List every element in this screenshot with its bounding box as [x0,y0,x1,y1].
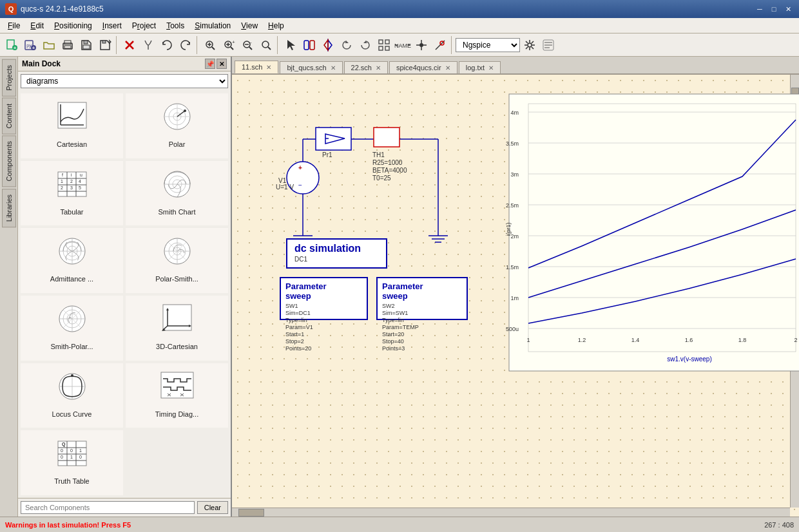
schematic-canvas[interactable]: + − V1 U=1 V Pr1 TH1 R25=1000 BETA=4000 … [232,73,799,517]
tab-bjtqucs-close[interactable]: ✕ [331,64,336,71]
tab-logtxt[interactable]: log.txt ✕ [459,61,501,73]
svg-text:NAME: NAME [394,43,411,49]
svg-text:sweep: sweep [285,291,311,301]
on-grid-button[interactable] [375,36,393,54]
svg-text:Sim=SW1: Sim=SW1 [382,310,408,316]
comp-timing-diag[interactable]: Timing Diag... [126,363,228,428]
mirror-x-button[interactable] [300,36,318,54]
comp-tabular[interactable]: f i u 1 2 4 2 3 5 Tabular [21,161,123,226]
new-node-button[interactable] [412,36,430,54]
zoom-select-button[interactable] [257,36,275,54]
tab-11sch-close[interactable]: ✕ [266,64,271,71]
sim-run-button[interactable] [539,36,557,54]
set-marker-button[interactable] [431,36,449,54]
app-icon: Q [5,3,17,15]
svg-text:BETA=4000: BETA=4000 [372,167,407,174]
menu-insert[interactable]: Insert [97,20,127,32]
minimize-button[interactable]: ─ [754,3,765,15]
zoom-fit-button[interactable] [201,36,219,54]
print-button[interactable] [59,36,77,54]
menu-project[interactable]: Project [127,20,161,32]
tabular-icon: f i u 1 2 4 2 3 5 [52,166,93,207]
svg-text:Param=V1: Param=V1 [285,324,313,330]
zoom-out-button[interactable]: - [238,36,256,54]
rotate-right-button[interactable] [356,36,374,54]
menu-view[interactable]: View [236,20,263,32]
menu-tools[interactable]: Tools [161,20,189,32]
comp-admittance[interactable]: Admittance ... [21,228,123,293]
comp-cartesian[interactable]: Cartesian [21,93,123,158]
sidebar-tab-content[interactable]: Content [2,98,16,135]
maximize-button[interactable]: □ [768,3,780,15]
net-name-button[interactable]: NAME [394,36,412,54]
comp-smith-chart[interactable]: Smith Chart [126,161,228,226]
tab-logtxt-close[interactable]: ✕ [488,64,494,71]
dock-title: Main Dock [22,59,61,68]
tab-11sch[interactable]: 11.sch ✕ [235,61,278,73]
svg-rect-38 [379,46,383,50]
tab-22sch-close[interactable]: ✕ [376,64,381,71]
statusbar: Warnings in last simulation! Press F5 26… [0,517,799,532]
dock-close-button[interactable]: ✕ [217,59,227,69]
svg-text:Parameter: Parameter [382,281,423,291]
menu-edit[interactable]: Edit [25,20,49,32]
menu-positioning[interactable]: Positioning [49,20,97,32]
toolbar-sep-1 [116,36,119,54]
sidebar-tab-components[interactable]: Components [2,135,16,187]
search-input[interactable] [21,501,195,514]
cut-button[interactable] [139,36,157,54]
admittance-label: Admittance ... [50,275,93,283]
tabular-label: Tabular [60,208,83,216]
sim-settings-button[interactable] [521,36,539,54]
components-grid: Cartesian Polar [18,91,231,498]
svg-text:+: + [232,39,235,45]
timing-diag-label: Timing Diag... [155,410,198,418]
select-tool[interactable] [282,36,300,54]
tab-bjtqucs[interactable]: bjt_qucs.sch ✕ [280,61,342,73]
open-verilog-button[interactable]: py + [21,36,39,54]
rotate-left-button[interactable] [338,36,356,54]
svg-text:Parameter: Parameter [285,281,327,291]
comp-3d-cartesian[interactable]: 3D-Cartesian [126,296,228,361]
menu-simulation[interactable]: Simulation [189,20,236,32]
redo-button[interactable] [177,36,195,54]
svg-line-33 [268,47,271,50]
clear-button[interactable]: Clear [197,501,228,514]
simulator-select[interactable]: Ngspice Qucsator XYCE [456,38,520,52]
sidebar-tab-libraries[interactable]: Libraries [2,189,16,227]
svg-text:SW1: SW1 [285,303,298,309]
smith-chart-label: Smith Chart [158,208,195,216]
new-button[interactable]: + [3,36,21,54]
sidebar-tab-projects[interactable]: Projects [2,59,16,97]
window-controls: ─ □ ✕ [754,3,794,15]
svg-text:1.6: 1.6 [685,337,693,343]
save-button[interactable] [77,36,95,54]
svg-text:Pr1: Pr1 [322,151,332,158]
mirror-y-button[interactable] [319,36,337,54]
open-button[interactable] [40,36,58,54]
h-scroll-thumb[interactable] [238,509,264,517]
polar-smith-label: Polar-Smith... [155,275,198,283]
category-dropdown[interactable]: diagrams sources components simulations [21,74,228,88]
menu-help[interactable]: Help [263,20,289,32]
comp-truth-table[interactable]: Q 0 0 1 0 1 0 Truth Table [21,430,123,495]
undo-button[interactable] [158,36,176,54]
tab-spice4qucs[interactable]: spice4qucs.cir ✕ [389,61,457,73]
tab-22sch[interactable]: 22.sch ✕ [344,61,388,73]
close-button[interactable]: ✕ [782,3,794,15]
svg-text:2.5m: 2.5m [506,202,519,209]
horizontal-scrollbar[interactable] [232,508,790,517]
svg-text:R25=1000: R25=1000 [372,159,403,166]
svg-rect-35 [310,41,314,50]
comp-smith-polar[interactable]: Smith-Polar... [21,296,123,361]
comp-polar-smith[interactable]: Polar-Smith... [126,228,228,293]
save-as-button[interactable] [96,36,114,54]
comp-locus-curve[interactable]: Locus Curve [21,363,123,428]
comp-polar[interactable]: Polar [126,93,228,158]
dock-pin-button[interactable]: 📌 [205,59,215,69]
tab-spice4qucs-close[interactable]: ✕ [445,64,450,71]
menu-file[interactable]: File [3,20,25,32]
delete-button[interactable] [120,36,139,54]
zoom-in-button[interactable]: + [220,36,238,54]
admittance-icon [52,233,93,274]
